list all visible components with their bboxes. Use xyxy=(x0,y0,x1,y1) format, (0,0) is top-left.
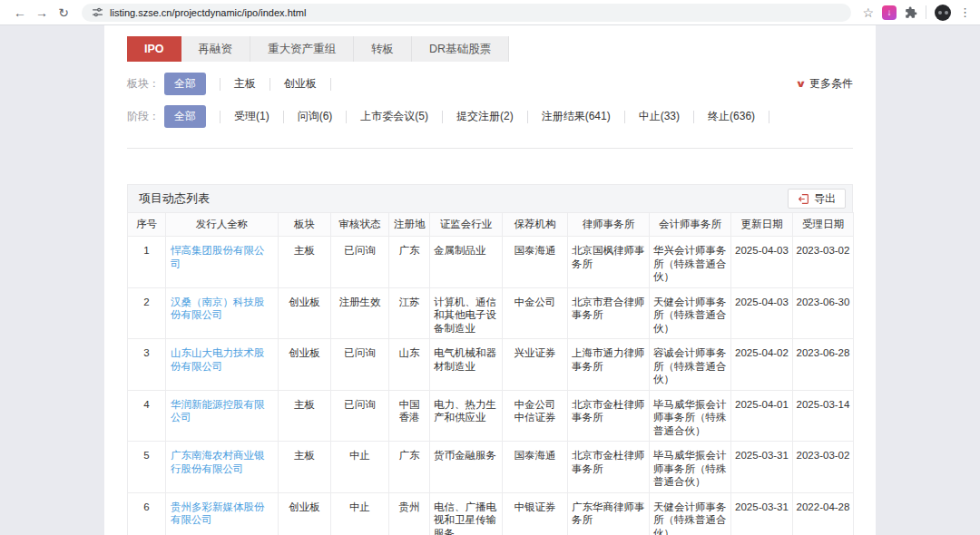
filter-option-label[interactable]: 全部 xyxy=(164,105,206,128)
tab[interactable]: 重大资产重组 xyxy=(250,36,354,62)
export-button[interactable]: 导出 xyxy=(788,189,846,209)
filter-option-label[interactable]: 注册结果(641) xyxy=(542,105,611,128)
cell-sponsor: 兴业证券 xyxy=(503,339,568,391)
filter-option-label[interactable]: 受理(1) xyxy=(234,105,270,128)
table-row: 6 贵州多彩新媒体股份有限公司 创业板 中止 贵州 电信、广播电视和卫星传输服务… xyxy=(128,492,854,535)
cell-industry: 金属制品业 xyxy=(430,237,503,288)
filter-option[interactable]: 问询(6) xyxy=(284,105,348,128)
cell-board: 主板 xyxy=(279,237,331,288)
issuer-link[interactable]: 汉桑（南京）科技股份有限公司 xyxy=(166,287,279,339)
filter-option[interactable]: 全部 xyxy=(164,73,220,95)
filter-option[interactable]: 主板 xyxy=(220,73,270,95)
cell-board: 创业板 xyxy=(279,287,331,339)
chrome-actions: ☆ ↓ ⋮ xyxy=(862,5,971,21)
stage-options: 全部 受理(1) 问询(6) 上市委会议(5) 提交注册(2) xyxy=(164,105,769,128)
table-row: 2 汉桑（南京）科技股份有限公司 创业板 注册生效 江苏 计算机、通信和其他电子… xyxy=(128,287,854,339)
filter-option-label[interactable]: 全部 xyxy=(164,73,206,95)
col-header: 板块 xyxy=(279,213,331,237)
filter-option-label[interactable]: 终止(636) xyxy=(708,105,755,128)
cell-update-date: 2025-04-03 xyxy=(731,287,793,339)
more-filters-label: 更多条件 xyxy=(809,76,853,92)
filter-option[interactable]: 上市委会议(5) xyxy=(347,105,443,128)
cell-industry: 电信、广播电视和卫星传输服务 xyxy=(430,492,503,535)
cell-region: 江苏 xyxy=(389,287,430,339)
table-row: 5 广东南海农村商业银行股份有限公司 主板 中止 广东 货币金融服务 国泰海通 … xyxy=(128,442,854,493)
issuer-link[interactable]: 悍高集团股份有限公司 xyxy=(166,237,279,288)
url-text[interactable]: listing.szse.cn/projectdynamic/ipo/index… xyxy=(110,7,306,18)
cell-accept-date: 2023-03-02 xyxy=(793,237,854,288)
chevron-down-icon: ∨ xyxy=(795,78,807,90)
downloader-extension-icon[interactable]: ↓ xyxy=(882,5,897,20)
cell-sponsor: 中金公司 xyxy=(503,287,568,339)
tab[interactable]: 转板 xyxy=(354,36,412,62)
filter-option-label[interactable]: 主板 xyxy=(234,73,256,95)
cell-accept-date: 2023-06-30 xyxy=(793,287,854,339)
filter-option[interactable]: 受理(1) xyxy=(220,105,284,128)
page-content: IPO再融资重大资产重组转板DR基础股票 板块： 全部 主板 创业板 xyxy=(104,25,876,535)
site-settings-icon[interactable] xyxy=(92,6,103,18)
filter-option[interactable]: 注册结果(641) xyxy=(528,105,625,128)
col-header: 更新日期 xyxy=(731,213,793,237)
cell-status: 已问询 xyxy=(331,390,389,442)
filter-option-label[interactable]: 问询(6) xyxy=(298,105,333,128)
divider xyxy=(330,78,331,91)
cell-index: 3 xyxy=(128,339,166,391)
filter-option-label[interactable]: 中止(33) xyxy=(639,105,680,128)
filter-option-label[interactable]: 上市委会议(5) xyxy=(360,105,428,128)
cell-industry: 电气机械和器材制造业 xyxy=(430,339,503,391)
filter-option[interactable]: 中止(33) xyxy=(625,105,694,128)
filter-option[interactable]: 终止(636) xyxy=(694,105,769,128)
tab[interactable]: DR基础股票 xyxy=(412,36,509,62)
back-icon[interactable]: ← xyxy=(9,3,31,23)
filter-row-stage: 阶段： 全部 受理(1) 问询(6) 上市委会议(5) xyxy=(127,106,853,127)
cell-law-firm: 北京市金杜律师事务所 xyxy=(568,390,650,442)
issuer-link[interactable]: 贵州多彩新媒体股份有限公司 xyxy=(166,492,279,535)
cell-industry: 货币金融服务 xyxy=(430,442,503,493)
cell-index: 6 xyxy=(128,492,166,535)
cell-region: 广东 xyxy=(389,237,430,288)
cell-board: 创业板 xyxy=(279,492,331,535)
cell-region: 贵州 xyxy=(389,492,430,535)
filter-label-board: 板块： xyxy=(127,76,160,92)
filter-option-label[interactable]: 提交注册(2) xyxy=(456,105,514,128)
filter-option[interactable]: 全部 xyxy=(164,105,220,128)
cell-status: 注册生效 xyxy=(331,287,389,339)
col-header: 序号 xyxy=(128,213,166,237)
col-header: 证监会行业 xyxy=(430,213,503,237)
cell-accept-date: 2025-03-14 xyxy=(793,390,854,442)
cell-accounting-firm: 天健会计师事务所（特殊普通合伙） xyxy=(650,287,731,339)
cell-accept-date: 2023-06-28 xyxy=(793,339,854,391)
issuer-link[interactable]: 华润新能源控股有限公司 xyxy=(166,390,279,442)
tab[interactable]: 再融资 xyxy=(181,36,251,62)
cell-index: 1 xyxy=(128,237,166,288)
more-filters-button[interactable]: ∨ 更多条件 xyxy=(797,76,853,92)
forward-icon[interactable]: → xyxy=(31,3,53,23)
filter-option[interactable]: 提交注册(2) xyxy=(443,105,528,128)
cell-board: 主板 xyxy=(279,442,331,493)
profile-avatar[interactable] xyxy=(935,5,951,21)
menu-kebab-icon[interactable]: ⋮ xyxy=(959,5,971,19)
cell-sponsor: 中银证券 xyxy=(503,492,568,535)
browser-chrome: ← → ↻ listing.szse.cn/projectdynamic/ipo… xyxy=(0,0,980,25)
export-icon xyxy=(798,193,809,205)
cell-update-date: 2025-04-03 xyxy=(731,237,793,288)
panel-header: 项目动态列表 导出 xyxy=(127,184,853,213)
col-header: 审核状态 xyxy=(331,213,389,237)
cell-law-firm: 北京市君合律师事务所 xyxy=(568,287,650,339)
issuer-link[interactable]: 山东山大电力技术股份有限公司 xyxy=(166,339,279,391)
cell-board: 主板 xyxy=(279,390,331,442)
filter-option-label[interactable]: 创业板 xyxy=(284,73,317,95)
board-options: 全部 主板 创业板 xyxy=(164,73,331,95)
extensions-puzzle-icon[interactable] xyxy=(905,6,917,19)
issuer-link[interactable]: 广东南海农村商业银行股份有限公司 xyxy=(166,442,279,493)
cell-accounting-firm: 华兴会计师事务所（特殊普通合伙） xyxy=(650,237,731,288)
bookmark-star-icon[interactable]: ☆ xyxy=(862,5,874,20)
cell-accounting-firm: 天健会计师事务所（特殊普通合伙） xyxy=(650,492,731,535)
filter-option[interactable]: 创业板 xyxy=(270,73,331,95)
cell-law-firm: 上海市通力律师事务所 xyxy=(568,339,650,391)
cell-status: 已问询 xyxy=(331,237,389,288)
filter-label-stage: 阶段： xyxy=(127,109,160,124)
reload-icon[interactable]: ↻ xyxy=(53,3,74,23)
tab[interactable]: IPO xyxy=(127,36,181,62)
url-bar[interactable]: listing.szse.cn/projectdynamic/ipo/index… xyxy=(82,4,851,22)
